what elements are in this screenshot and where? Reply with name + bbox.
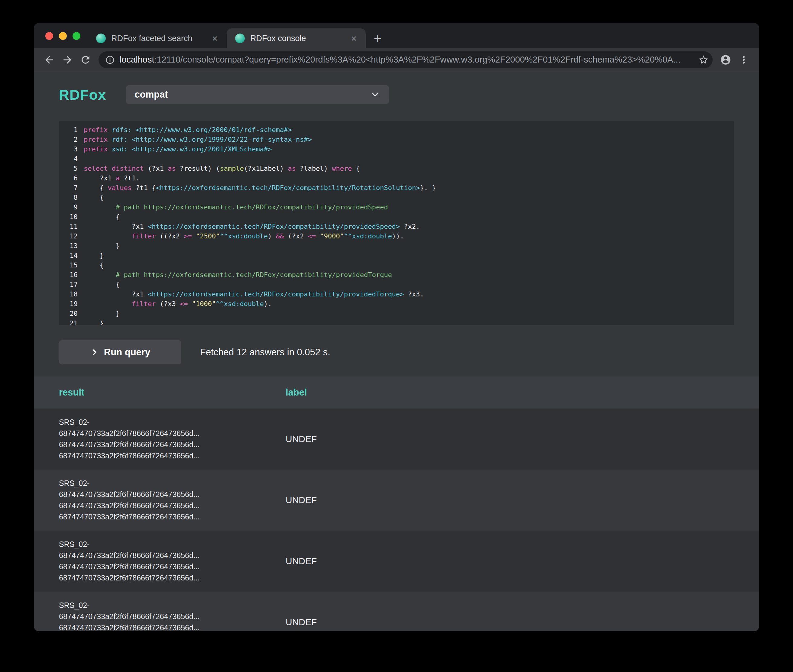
code-line[interactable]: 2prefix rdf: <http://www.w3.org/1999/02/…: [59, 135, 734, 144]
results-body: SRS_02-68747470733a2f2f6f78666f726473656…: [34, 408, 759, 631]
code-text: prefix rdfs: <http://www.w3.org/2000/01/…: [84, 125, 292, 135]
line-number: 3: [59, 144, 78, 154]
result-prefix: SRS_02-: [59, 539, 285, 550]
code-text: }: [84, 318, 104, 325]
code-text: {: [84, 212, 120, 222]
datastore-select[interactable]: compat: [126, 85, 389, 104]
code-text: # path https://oxfordsemantic.tech/RDFox…: [84, 270, 392, 280]
code-line[interactable]: 14 }: [59, 251, 734, 261]
query-status-text: Fetched 12 answers in 0.052 s.: [200, 347, 330, 358]
code-line[interactable]: 19 filter (?x3 <= "1000"^^xsd:double).: [59, 299, 734, 309]
code-line[interactable]: 21 }: [59, 318, 734, 325]
bookmark-button[interactable]: [698, 54, 709, 65]
code-line[interactable]: 9 # path https://oxfordsemantic.tech/RDF…: [59, 202, 734, 212]
code-line[interactable]: 16 # path https://oxfordsemantic.tech/RD…: [59, 270, 734, 280]
result-value-line: 68747470733a2f2f6f78666f726473656d...: [59, 428, 285, 439]
site-info-button[interactable]: [105, 55, 115, 65]
line-number: 18: [59, 290, 78, 299]
address-bar[interactable]: localhost:12110/console/compat?query=pre…: [99, 51, 713, 68]
forward-icon: [62, 54, 73, 66]
table-row[interactable]: SRS_02-68747470733a2f2f6f78666f726473656…: [34, 592, 759, 631]
line-number: 17: [59, 280, 78, 290]
tab-close-icon[interactable]: ×: [209, 33, 221, 44]
run-query-button[interactable]: Run query: [59, 340, 181, 365]
code-text: prefix xsd: <http://www.w3.org/2001/XMLS…: [84, 144, 272, 154]
code-line[interactable]: 1prefix rdfs: <http://www.w3.org/2000/01…: [59, 125, 734, 135]
line-number: 6: [59, 173, 78, 183]
line-number: 14: [59, 251, 78, 261]
line-number: 4: [59, 154, 78, 164]
column-header-label: label: [285, 387, 734, 398]
tab-close-icon[interactable]: ×: [348, 33, 360, 44]
code-text: ?x1 <https://oxfordsemantic.tech/RDFox/c…: [84, 222, 420, 232]
line-number: 15: [59, 261, 78, 270]
result-value-line: 68747470733a2f2f6f78666f726473656d...: [59, 550, 285, 561]
result-prefix: SRS_02-: [59, 417, 285, 428]
code-text: select distinct (?x1 as ?result) (sample…: [84, 164, 360, 173]
forward-button[interactable]: [59, 52, 75, 68]
reload-button[interactable]: [77, 52, 94, 68]
table-row[interactable]: SRS_02-68747470733a2f2f6f78666f726473656…: [34, 470, 759, 531]
new-tab-button[interactable]: +: [369, 30, 386, 47]
result-value-line: 68747470733a2f2f6f78666f726473656d...: [59, 450, 285, 461]
code-line[interactable]: 10 {: [59, 212, 734, 222]
code-text: filter ((?x2 >= "2500"^^xsd:double) && (…: [84, 232, 404, 241]
code-line[interactable]: 3prefix xsd: <http://www.w3.org/2001/XML…: [59, 144, 734, 154]
run-row: Run query Fetched 12 answers in 0.052 s.: [59, 340, 734, 365]
code-text: # path https://oxfordsemantic.tech/RDFox…: [84, 202, 388, 212]
chevron-right-icon: [90, 348, 99, 357]
result-cell: SRS_02-68747470733a2f2f6f78666f726473656…: [59, 600, 285, 631]
result-value-line: 68747470733a2f2f6f78666f726473656d...: [59, 500, 285, 511]
window-controls: [45, 32, 80, 40]
code-line[interactable]: 12 filter ((?x2 >= "2500"^^xsd:double) &…: [59, 232, 734, 241]
code-text: }: [84, 251, 104, 261]
code-line[interactable]: 15 {: [59, 261, 734, 270]
code-line[interactable]: 17 {: [59, 280, 734, 290]
code-line[interactable]: 8 {: [59, 193, 734, 202]
tab-rdfox-console[interactable]: RDFox console ×: [227, 29, 366, 48]
avatar-icon: [720, 54, 731, 66]
code-line[interactable]: 20 }: [59, 309, 734, 318]
code-line[interactable]: 18 ?x1 <https://oxfordsemantic.tech/RDFo…: [59, 290, 734, 299]
line-number: 2: [59, 135, 78, 144]
label-cell: UNDEF: [285, 617, 734, 627]
result-value-line: 68747470733a2f2f6f78666f726473656d...: [59, 489, 285, 500]
result-value-line: 68747470733a2f2f6f78666f726473656d...: [59, 439, 285, 450]
rdfox-console-page: RDFox compat 1prefix rdfs: <http://www.w…: [34, 71, 759, 631]
result-value-line: 68747470733a2f2f6f78666f726473656d...: [59, 511, 285, 522]
profile-button[interactable]: [718, 52, 734, 68]
code-text: { values ?t1 {<https://oxfordsemantic.te…: [84, 183, 436, 193]
reload-icon: [80, 54, 91, 66]
line-number: 20: [59, 309, 78, 318]
column-header-result: result: [59, 387, 285, 398]
results-header: result label: [34, 376, 759, 408]
code-editor[interactable]: 1prefix rdfs: <http://www.w3.org/2000/01…: [59, 121, 734, 325]
code-line[interactable]: 11 ?x1 <https://oxfordsemantic.tech/RDFo…: [59, 222, 734, 232]
line-number: 21: [59, 318, 78, 325]
kebab-menu-icon: [738, 54, 750, 66]
code-line[interactable]: 4: [59, 154, 734, 164]
back-button[interactable]: [41, 52, 58, 68]
result-value-line: 68747470733a2f2f6f78666f726473656d...: [59, 622, 285, 631]
star-icon: [698, 54, 709, 65]
table-row[interactable]: SRS_02-68747470733a2f2f6f78666f726473656…: [34, 531, 759, 592]
url-text: localhost:12110/console/compat?query=pre…: [120, 55, 698, 65]
result-prefix: SRS_02-: [59, 600, 285, 611]
code-text: {: [84, 261, 104, 270]
code-line[interactable]: 13 }: [59, 241, 734, 251]
close-window-button[interactable]: [45, 32, 53, 40]
browser-menu-button[interactable]: [735, 52, 752, 68]
rdfox-favicon-icon: [96, 34, 106, 43]
code-line[interactable]: 7 { values ?t1 {<https://oxfordsemantic.…: [59, 183, 734, 193]
tab-rdfox-faceted-search[interactable]: RDFox faceted search ×: [88, 29, 227, 48]
tab-title: RDFox console: [250, 34, 343, 43]
zoom-window-button[interactable]: [72, 32, 80, 40]
line-number: 11: [59, 222, 78, 232]
result-cell: SRS_02-68747470733a2f2f6f78666f726473656…: [59, 478, 285, 522]
table-row[interactable]: SRS_02-68747470733a2f2f6f78666f726473656…: [34, 408, 759, 470]
code-text: filter (?x3 <= "1000"^^xsd:double).: [84, 299, 272, 309]
minimize-window-button[interactable]: [59, 32, 67, 40]
code-line[interactable]: 6 ?x1 a ?t1.: [59, 173, 734, 183]
rdfox-favicon-icon: [235, 34, 245, 43]
code-line[interactable]: 5select distinct (?x1 as ?result) (sampl…: [59, 164, 734, 173]
